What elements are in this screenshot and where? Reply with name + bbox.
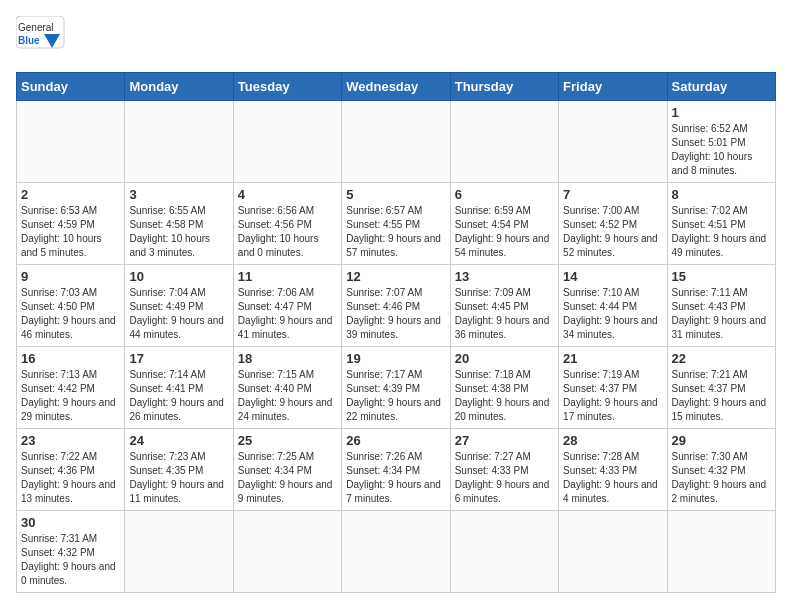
calendar-day-cell: 1Sunrise: 6:52 AM Sunset: 5:01 PM Daylig… xyxy=(667,101,775,183)
day-info: Sunrise: 6:52 AM Sunset: 5:01 PM Dayligh… xyxy=(672,122,771,178)
calendar-day-cell: 28Sunrise: 7:28 AM Sunset: 4:33 PM Dayli… xyxy=(559,429,667,511)
calendar-day-cell: 2Sunrise: 6:53 AM Sunset: 4:59 PM Daylig… xyxy=(17,183,125,265)
calendar-day-cell xyxy=(342,101,450,183)
logo: GeneralBlue xyxy=(16,16,66,60)
day-number: 8 xyxy=(672,187,771,202)
day-info: Sunrise: 7:30 AM Sunset: 4:32 PM Dayligh… xyxy=(672,450,771,506)
day-info: Sunrise: 6:56 AM Sunset: 4:56 PM Dayligh… xyxy=(238,204,337,260)
svg-text:Blue: Blue xyxy=(18,35,40,46)
calendar-header-saturday: Saturday xyxy=(667,73,775,101)
day-number: 1 xyxy=(672,105,771,120)
calendar-day-cell xyxy=(450,101,558,183)
calendar-day-cell: 21Sunrise: 7:19 AM Sunset: 4:37 PM Dayli… xyxy=(559,347,667,429)
calendar-week-row: 1Sunrise: 6:52 AM Sunset: 5:01 PM Daylig… xyxy=(17,101,776,183)
calendar-day-cell: 11Sunrise: 7:06 AM Sunset: 4:47 PM Dayli… xyxy=(233,265,341,347)
day-number: 21 xyxy=(563,351,662,366)
calendar-day-cell: 23Sunrise: 7:22 AM Sunset: 4:36 PM Dayli… xyxy=(17,429,125,511)
day-info: Sunrise: 7:31 AM Sunset: 4:32 PM Dayligh… xyxy=(21,532,120,588)
day-info: Sunrise: 7:03 AM Sunset: 4:50 PM Dayligh… xyxy=(21,286,120,342)
day-number: 16 xyxy=(21,351,120,366)
calendar-day-cell: 7Sunrise: 7:00 AM Sunset: 4:52 PM Daylig… xyxy=(559,183,667,265)
calendar-week-row: 30Sunrise: 7:31 AM Sunset: 4:32 PM Dayli… xyxy=(17,511,776,593)
svg-text:General: General xyxy=(18,22,54,33)
day-number: 24 xyxy=(129,433,228,448)
day-number: 28 xyxy=(563,433,662,448)
day-info: Sunrise: 7:14 AM Sunset: 4:41 PM Dayligh… xyxy=(129,368,228,424)
calendar-day-cell: 8Sunrise: 7:02 AM Sunset: 4:51 PM Daylig… xyxy=(667,183,775,265)
generalblue-logo-icon: GeneralBlue xyxy=(16,16,66,60)
calendar-header-friday: Friday xyxy=(559,73,667,101)
day-number: 4 xyxy=(238,187,337,202)
calendar-day-cell xyxy=(450,511,558,593)
calendar-table: SundayMondayTuesdayWednesdayThursdayFrid… xyxy=(16,72,776,593)
day-number: 12 xyxy=(346,269,445,284)
calendar-day-cell: 10Sunrise: 7:04 AM Sunset: 4:49 PM Dayli… xyxy=(125,265,233,347)
calendar-header-tuesday: Tuesday xyxy=(233,73,341,101)
day-info: Sunrise: 7:18 AM Sunset: 4:38 PM Dayligh… xyxy=(455,368,554,424)
day-number: 14 xyxy=(563,269,662,284)
calendar-week-row: 16Sunrise: 7:13 AM Sunset: 4:42 PM Dayli… xyxy=(17,347,776,429)
day-info: Sunrise: 7:04 AM Sunset: 4:49 PM Dayligh… xyxy=(129,286,228,342)
calendar-day-cell xyxy=(559,101,667,183)
day-info: Sunrise: 7:07 AM Sunset: 4:46 PM Dayligh… xyxy=(346,286,445,342)
day-info: Sunrise: 7:27 AM Sunset: 4:33 PM Dayligh… xyxy=(455,450,554,506)
day-info: Sunrise: 7:06 AM Sunset: 4:47 PM Dayligh… xyxy=(238,286,337,342)
calendar-day-cell: 4Sunrise: 6:56 AM Sunset: 4:56 PM Daylig… xyxy=(233,183,341,265)
calendar-day-cell: 5Sunrise: 6:57 AM Sunset: 4:55 PM Daylig… xyxy=(342,183,450,265)
calendar-week-row: 2Sunrise: 6:53 AM Sunset: 4:59 PM Daylig… xyxy=(17,183,776,265)
calendar-day-cell: 6Sunrise: 6:59 AM Sunset: 4:54 PM Daylig… xyxy=(450,183,558,265)
day-info: Sunrise: 7:11 AM Sunset: 4:43 PM Dayligh… xyxy=(672,286,771,342)
day-info: Sunrise: 7:09 AM Sunset: 4:45 PM Dayligh… xyxy=(455,286,554,342)
day-number: 7 xyxy=(563,187,662,202)
calendar-header-thursday: Thursday xyxy=(450,73,558,101)
calendar-day-cell: 24Sunrise: 7:23 AM Sunset: 4:35 PM Dayli… xyxy=(125,429,233,511)
day-info: Sunrise: 7:00 AM Sunset: 4:52 PM Dayligh… xyxy=(563,204,662,260)
day-info: Sunrise: 7:15 AM Sunset: 4:40 PM Dayligh… xyxy=(238,368,337,424)
day-number: 26 xyxy=(346,433,445,448)
calendar-day-cell xyxy=(125,101,233,183)
calendar-day-cell: 13Sunrise: 7:09 AM Sunset: 4:45 PM Dayli… xyxy=(450,265,558,347)
calendar-day-cell: 19Sunrise: 7:17 AM Sunset: 4:39 PM Dayli… xyxy=(342,347,450,429)
day-info: Sunrise: 6:53 AM Sunset: 4:59 PM Dayligh… xyxy=(21,204,120,260)
day-info: Sunrise: 6:55 AM Sunset: 4:58 PM Dayligh… xyxy=(129,204,228,260)
day-info: Sunrise: 7:13 AM Sunset: 4:42 PM Dayligh… xyxy=(21,368,120,424)
calendar-day-cell: 17Sunrise: 7:14 AM Sunset: 4:41 PM Dayli… xyxy=(125,347,233,429)
calendar-day-cell xyxy=(17,101,125,183)
calendar-day-cell: 18Sunrise: 7:15 AM Sunset: 4:40 PM Dayli… xyxy=(233,347,341,429)
calendar-week-row: 23Sunrise: 7:22 AM Sunset: 4:36 PM Dayli… xyxy=(17,429,776,511)
calendar-day-cell: 3Sunrise: 6:55 AM Sunset: 4:58 PM Daylig… xyxy=(125,183,233,265)
calendar-day-cell: 16Sunrise: 7:13 AM Sunset: 4:42 PM Dayli… xyxy=(17,347,125,429)
day-number: 19 xyxy=(346,351,445,366)
calendar-day-cell: 29Sunrise: 7:30 AM Sunset: 4:32 PM Dayli… xyxy=(667,429,775,511)
day-number: 27 xyxy=(455,433,554,448)
day-number: 30 xyxy=(21,515,120,530)
day-number: 18 xyxy=(238,351,337,366)
calendar-day-cell: 15Sunrise: 7:11 AM Sunset: 4:43 PM Dayli… xyxy=(667,265,775,347)
calendar-header-row: SundayMondayTuesdayWednesdayThursdayFrid… xyxy=(17,73,776,101)
day-number: 29 xyxy=(672,433,771,448)
day-number: 13 xyxy=(455,269,554,284)
calendar-header-sunday: Sunday xyxy=(17,73,125,101)
calendar-day-cell xyxy=(233,511,341,593)
day-info: Sunrise: 7:25 AM Sunset: 4:34 PM Dayligh… xyxy=(238,450,337,506)
calendar-day-cell: 9Sunrise: 7:03 AM Sunset: 4:50 PM Daylig… xyxy=(17,265,125,347)
day-info: Sunrise: 7:28 AM Sunset: 4:33 PM Dayligh… xyxy=(563,450,662,506)
calendar-header-wednesday: Wednesday xyxy=(342,73,450,101)
day-info: Sunrise: 7:21 AM Sunset: 4:37 PM Dayligh… xyxy=(672,368,771,424)
calendar-day-cell xyxy=(559,511,667,593)
day-number: 25 xyxy=(238,433,337,448)
calendar-day-cell: 27Sunrise: 7:27 AM Sunset: 4:33 PM Dayli… xyxy=(450,429,558,511)
day-number: 3 xyxy=(129,187,228,202)
calendar-day-cell: 25Sunrise: 7:25 AM Sunset: 4:34 PM Dayli… xyxy=(233,429,341,511)
calendar-day-cell: 20Sunrise: 7:18 AM Sunset: 4:38 PM Dayli… xyxy=(450,347,558,429)
day-number: 10 xyxy=(129,269,228,284)
calendar-day-cell xyxy=(667,511,775,593)
day-info: Sunrise: 7:10 AM Sunset: 4:44 PM Dayligh… xyxy=(563,286,662,342)
day-number: 22 xyxy=(672,351,771,366)
day-info: Sunrise: 6:57 AM Sunset: 4:55 PM Dayligh… xyxy=(346,204,445,260)
day-number: 20 xyxy=(455,351,554,366)
day-number: 5 xyxy=(346,187,445,202)
calendar-day-cell xyxy=(342,511,450,593)
calendar-day-cell: 30Sunrise: 7:31 AM Sunset: 4:32 PM Dayli… xyxy=(17,511,125,593)
calendar-day-cell xyxy=(125,511,233,593)
